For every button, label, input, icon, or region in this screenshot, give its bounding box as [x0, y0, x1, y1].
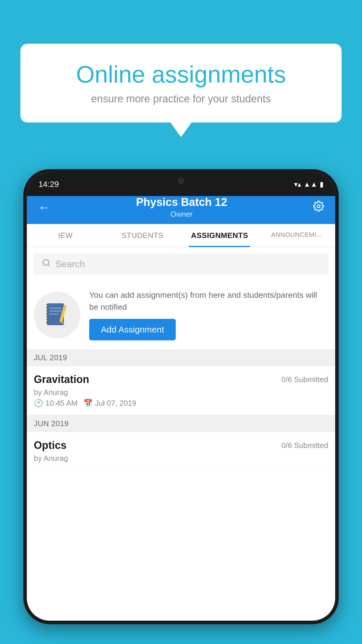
tab-students[interactable]: STUDENTS: [104, 224, 181, 247]
svg-rect-10: [46, 322, 48, 323]
wifi-icon: ▾▴: [294, 180, 301, 188]
promo-card: You can add assignment(s) from here and …: [27, 281, 335, 349]
date-meta: 📅 Jul 07, 2019: [83, 399, 136, 408]
svg-rect-5: [46, 307, 48, 308]
search-bar[interactable]: Search: [34, 253, 328, 275]
battery-icon: ▮: [320, 180, 324, 188]
promo-icon-circle: [34, 292, 80, 338]
status-bar: 14:29 ▾▴ ▲▲ ▮: [27, 173, 335, 196]
assignment-title-gravitation: Gravitation: [34, 373, 89, 386]
back-button[interactable]: ←: [36, 198, 52, 217]
search-container: Search: [27, 247, 335, 281]
phone-time: 14:29: [38, 180, 59, 189]
status-icons: ▾▴ ▲▲ ▮: [294, 180, 324, 188]
assignment-meta-row-gravitation: 🕐 10:45 AM 📅 Jul 07, 2019: [34, 399, 328, 408]
promo-text: You can add assignment(s) from here and …: [89, 289, 328, 313]
header-title-area: Physics Batch 12 Owner: [52, 196, 311, 219]
add-assignment-button[interactable]: Add Assignment: [89, 319, 176, 340]
svg-line-2: [48, 265, 50, 266]
clock-icon: 🕐: [34, 399, 43, 408]
speech-bubble-area: Online assignments ensure more practice …: [20, 44, 342, 123]
svg-rect-7: [46, 313, 48, 314]
assignment-top-row-optics: Optics 0/6 Submitted: [34, 439, 328, 452]
tab-assignments[interactable]: ASSIGNMENTS: [181, 224, 258, 247]
phone-outer: 14:29 ▾▴ ▲▲ ▮ ← Physics Batch 12 Owner: [23, 169, 339, 624]
bubble-subtitle: ensure more practice for your students: [41, 93, 321, 105]
notebook-icon: [45, 302, 69, 328]
promo-content: You can add assignment(s) from here and …: [89, 289, 328, 340]
assignment-submitted-gravitation: 0/6 Submitted: [282, 375, 328, 384]
svg-point-0: [317, 205, 320, 208]
signal-icon: ▲▲: [303, 180, 317, 188]
header-subtitle: Owner: [52, 210, 311, 219]
tabs-bar: IEW STUDENTS ASSIGNMENTS ANNOUNCEMI...: [27, 224, 335, 247]
settings-button[interactable]: [311, 198, 326, 217]
search-input-placeholder: Search: [55, 259, 85, 270]
assignment-date-gravitation: Jul 07, 2019: [95, 399, 136, 408]
calendar-icon: 📅: [83, 399, 93, 408]
camera-icon: [178, 178, 184, 184]
assignment-author-gravitation: by Anurag: [34, 388, 328, 397]
svg-rect-12: [50, 311, 61, 312]
section-jun-2019: JUN 2019: [27, 415, 335, 432]
content-area: Search: [27, 247, 335, 621]
time-meta: 🕐 10:45 AM: [34, 399, 78, 408]
assignment-item-gravitation[interactable]: Gravitation 0/6 Submitted by Anurag 🕐 10…: [27, 366, 335, 415]
svg-rect-13: [50, 314, 58, 314]
assignment-author-optics: by Anurag: [34, 454, 328, 463]
tab-iew[interactable]: IEW: [27, 224, 104, 247]
svg-rect-8: [46, 316, 48, 317]
phone-notch: [155, 173, 207, 189]
svg-point-1: [43, 260, 49, 265]
svg-rect-4: [46, 304, 48, 305]
assignment-top-row: Gravitation 0/6 Submitted: [34, 373, 328, 386]
phone-wrapper: 14:29 ▾▴ ▲▲ ▮ ← Physics Batch 12 Owner: [23, 169, 339, 644]
assignment-time-gravitation: 10:45 AM: [45, 399, 78, 408]
svg-rect-9: [46, 319, 48, 320]
speech-bubble: Online assignments ensure more practice …: [20, 44, 342, 123]
search-icon: [42, 258, 51, 270]
svg-rect-11: [50, 308, 61, 309]
tab-announcements[interactable]: ANNOUNCEMI...: [258, 224, 335, 247]
phone-screen: ← Physics Batch 12 Owner IEW STUDENTS AS…: [27, 173, 335, 621]
svg-rect-6: [46, 310, 48, 311]
header-title: Physics Batch 12: [52, 196, 311, 209]
assignment-item-optics[interactable]: Optics 0/6 Submitted by Anurag: [27, 432, 335, 472]
assignment-title-optics: Optics: [34, 439, 66, 452]
assignment-submitted-optics: 0/6 Submitted: [282, 441, 328, 450]
bubble-title: Online assignments: [41, 61, 321, 88]
section-jul-2019: JUL 2019: [27, 349, 335, 366]
